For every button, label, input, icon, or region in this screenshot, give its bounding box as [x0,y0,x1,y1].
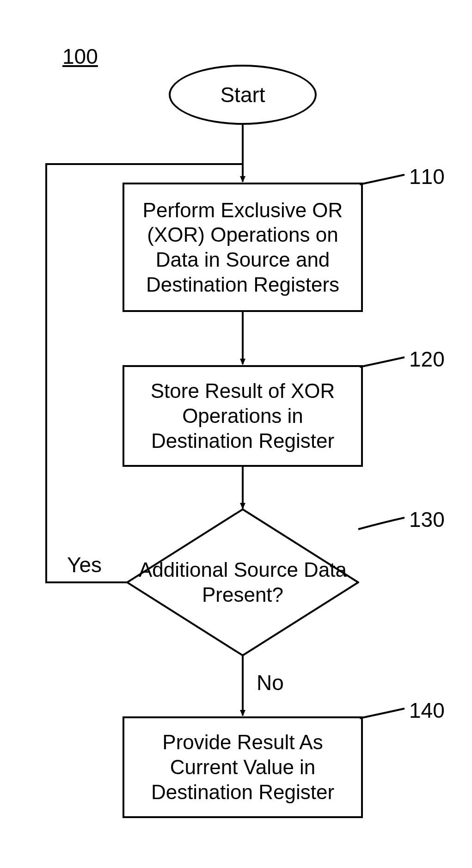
decision-130: Additional Source Data Present? [126,508,359,656]
edge-no-label: No [257,670,284,695]
ref-140: 140 [409,698,445,723]
process-110-text: Perform Exclusive OR (XOR) Operations on… [133,198,353,297]
figure-number-label: 100 [62,44,98,69]
ref-120: 120 [409,347,445,372]
process-120: Store Result of XOR Operations in Destin… [123,365,363,467]
start-label: Start [220,82,265,107]
ref-130: 130 [409,507,445,532]
decision-130-text: Additional Source Data Present? [126,557,359,607]
process-110: Perform Exclusive OR (XOR) Operations on… [123,183,363,312]
flowchart-canvas: 100 Start Perform Exclusive OR (XOR) Ope… [0,0,472,868]
edge-yes-label: Yes [67,552,102,577]
process-140-text: Provide Result As Current Value in Desti… [133,730,353,804]
ref-110: 110 [409,164,445,189]
start-terminator: Start [169,65,317,125]
process-140: Provide Result As Current Value in Desti… [123,716,363,818]
process-120-text: Store Result of XOR Operations in Destin… [133,379,353,453]
